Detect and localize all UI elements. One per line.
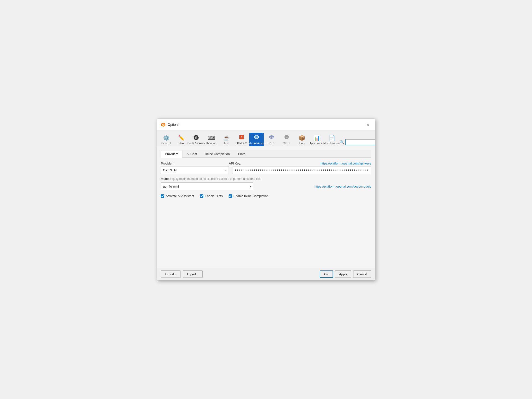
toolbar-label-keymap: Keymap (206, 142, 216, 145)
enable-hints-checkbox[interactable] (200, 194, 203, 198)
team-icon: 📦 (299, 135, 305, 141)
toolbar-item-cpp[interactable]: C++ C/C++ (279, 133, 294, 146)
provider-select[interactable]: OPEN_AI Azure Anthropic Ollama (161, 166, 229, 174)
html-icon: 5 (239, 134, 244, 141)
tabs-bar: Providers AI Chat Inline Completion Hint… (161, 150, 371, 158)
api-key-label: API Key: (229, 162, 320, 165)
java-icon: ☕ (223, 135, 230, 141)
toolbar-search: 🔍 (340, 139, 375, 145)
svg-text:5: 5 (241, 136, 242, 139)
toolbar-label-misc: Miscellaneous (323, 142, 340, 145)
docs-link[interactable]: https://platform.openai.com/docs/models (315, 185, 371, 188)
dialog-title: Options (168, 123, 179, 127)
toolbar-label-php: PHP (269, 142, 275, 145)
toolbar-item-keymap[interactable]: ⌨ Keymap (204, 134, 219, 146)
api-key-input[interactable] (233, 166, 371, 174)
toolbar-item-general[interactable]: ⚙️ General (159, 134, 173, 146)
search-input[interactable] (345, 139, 375, 145)
toolbar-label-cpp: C/C++ (283, 142, 291, 145)
field-labels-row: Provider: API Key: https://platform.open… (161, 162, 371, 165)
ok-button[interactable]: OK (320, 270, 333, 278)
providers-panel: Provider: API Key: https://platform.open… (161, 162, 371, 198)
model-label-row: Model:Highly recommended for its excelle… (161, 177, 371, 181)
options-dialog: J Options ✕ ⚙️ General ✏️ Editor 🅐 Fonts… (157, 119, 375, 280)
fonts-icon: 🅐 (194, 135, 199, 141)
provider-label: Provider: (161, 162, 229, 165)
appearance-icon: 📊 (314, 135, 320, 141)
close-button[interactable]: ✕ (364, 121, 371, 128)
activate-ai-checkbox[interactable] (161, 194, 164, 198)
tab-inline-completion[interactable]: Inline Completion (201, 150, 234, 158)
bottom-left-buttons: Export... Import... (161, 270, 203, 278)
toolbar-label-fonts: Fonts & Colors (188, 142, 205, 145)
toolbar-item-fonts-colors[interactable]: 🅐 Fonts & Colors (189, 134, 204, 146)
jeddict-icon: J (254, 134, 259, 141)
model-select[interactable]: gpt-4o-mini gpt-4o gpt-4-turbo gpt-3.5-t… (161, 182, 253, 190)
enable-inline-checkbox[interactable] (229, 194, 232, 198)
toolbar: ⚙️ General ✏️ Editor 🅐 Fonts & Colors ⌨ … (157, 131, 375, 146)
toolbar-item-jeddict[interactable]: J Jeddict AI Assistant (249, 133, 264, 146)
title-bar-left: J Options (161, 122, 179, 127)
enable-hints-label: Enable Hints (205, 194, 223, 198)
toolbar-item-appearance[interactable]: 📊 Appearance (309, 134, 324, 146)
toolbar-label-java: Java (223, 142, 229, 145)
enable-hints-checkbox-label[interactable]: Enable Hints (200, 194, 223, 198)
toolbar-label-appearance: Appearance (309, 142, 324, 145)
model-label-text: Model: (161, 177, 170, 181)
toolbar-label-editor: Editor (178, 142, 185, 145)
misc-icon: 📄 (329, 135, 335, 141)
provider-api-key-row: OPEN_AI Azure Anthropic Ollama ▾ (161, 166, 371, 174)
model-hint: Highly recommended for its excellent bal… (170, 177, 262, 181)
provider-select-wrapper: OPEN_AI Azure Anthropic Ollama ▾ (161, 166, 229, 174)
activate-ai-checkbox-label[interactable]: Activate AI Assistant (161, 194, 194, 198)
apply-button[interactable]: Apply (335, 270, 351, 278)
php-icon: php (269, 134, 274, 141)
svg-text:C++: C++ (285, 136, 288, 139)
activate-ai-label: Activate AI Assistant (166, 194, 194, 198)
app-icon: J (161, 122, 166, 127)
svg-text:J: J (163, 124, 164, 126)
search-icon: 🔍 (340, 140, 344, 145)
toolbar-label-team: Team (299, 142, 305, 145)
tab-providers[interactable]: Providers (161, 150, 182, 158)
api-key-link[interactable]: https://platform.openai.com/api-keys (320, 162, 371, 165)
tab-hints[interactable]: Hints (234, 150, 249, 158)
editor-icon: ✏️ (178, 135, 185, 141)
import-button[interactable]: Import... (183, 270, 203, 278)
cpp-icon: C++ (284, 134, 289, 141)
general-icon: ⚙️ (163, 135, 170, 141)
toolbar-item-misc[interactable]: 📄 Miscellaneous (325, 134, 339, 146)
svg-text:J: J (256, 136, 257, 138)
cancel-button[interactable]: Cancel (353, 270, 371, 278)
checkboxes-row: Activate AI Assistant Enable Hints Enabl… (161, 194, 371, 198)
bottom-right-buttons: OK Apply Cancel (320, 270, 371, 278)
toolbar-label-general: General (161, 142, 171, 145)
model-select-row: gpt-4o-mini gpt-4o gpt-4-turbo gpt-3.5-t… (161, 182, 371, 190)
model-select-wrapper: gpt-4o-mini gpt-4o gpt-4-turbo gpt-3.5-t… (161, 182, 253, 190)
toolbar-item-php[interactable]: php PHP (264, 133, 279, 146)
main-content: Providers AI Chat Inline Completion Hint… (157, 146, 375, 268)
bottom-bar: Export... Import... OK Apply Cancel (157, 268, 375, 280)
enable-inline-checkbox-label[interactable]: Enable Inline Completion (229, 194, 269, 198)
keymap-icon: ⌨ (207, 135, 215, 141)
title-bar: J Options ✕ (157, 119, 375, 131)
toolbar-item-java[interactable]: ☕ Java (219, 134, 234, 146)
tab-ai-chat[interactable]: AI Chat (182, 150, 201, 158)
enable-inline-label: Enable Inline Completion (233, 194, 269, 198)
toolbar-item-team[interactable]: 📦 Team (294, 134, 309, 146)
toolbar-item-editor[interactable]: ✏️ Editor (174, 134, 189, 146)
export-button[interactable]: Export... (161, 270, 181, 278)
svg-text:php: php (270, 136, 274, 139)
